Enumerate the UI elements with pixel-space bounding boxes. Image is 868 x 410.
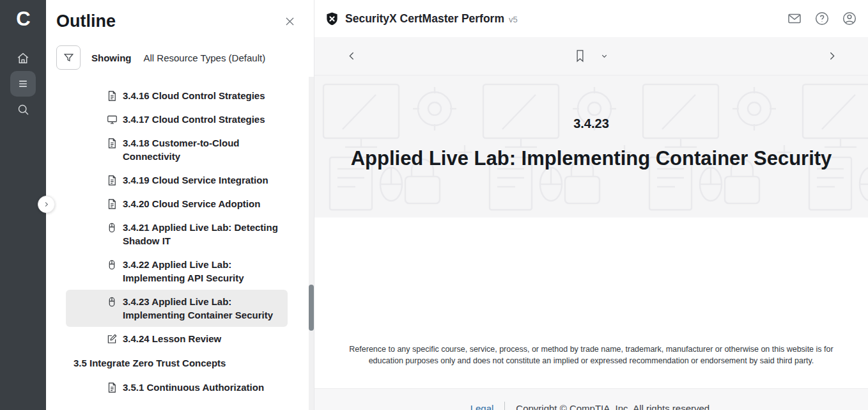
outline-item-3.4.18[interactable]: 3.4.18 Customer-to-Cloud Connectivity bbox=[66, 131, 288, 168]
next-lesson-button[interactable] bbox=[823, 47, 841, 65]
brand: SecurityX CertMaster Perform v5 bbox=[325, 12, 518, 26]
outline-item-3.4.23[interactable]: 3.4.23 Applied Live Lab: Implementing Co… bbox=[66, 290, 288, 327]
document-icon bbox=[106, 382, 118, 393]
close-outline-button[interactable] bbox=[284, 15, 296, 28]
outline-panel-header: Outline bbox=[46, 8, 314, 31]
outline-panel: Outline Showing All Resource Types (Defa… bbox=[46, 0, 314, 410]
previous-lesson-button[interactable] bbox=[343, 47, 361, 65]
search-button[interactable] bbox=[10, 97, 36, 122]
app-window: C Outline bbox=[0, 0, 868, 410]
lesson-body: Reference to any specific course, servic… bbox=[314, 217, 868, 388]
account-button[interactable] bbox=[842, 11, 857, 26]
outline-item-label: 3.4.22 Applied Live Lab: Implementing AP… bbox=[123, 258, 283, 285]
outline-item-label: 3.4.20 Cloud Service Adoption bbox=[123, 197, 283, 210]
outline-item-3.4.21[interactable]: 3.4.21 Applied Live Lab: Detecting Shado… bbox=[66, 216, 288, 253]
edit-icon bbox=[106, 333, 118, 345]
outline-item-3.4.24[interactable]: 3.4.24 Lesson Review bbox=[66, 327, 288, 351]
document-icon bbox=[106, 90, 118, 102]
document-icon bbox=[106, 198, 118, 210]
legal-link[interactable]: Legal bbox=[470, 403, 494, 410]
chevron-left-icon bbox=[346, 51, 357, 61]
filter-showing-label: Showing bbox=[91, 52, 132, 63]
outline-item-3.4.19[interactable]: 3.4.19 Cloud Service Integration bbox=[66, 168, 288, 192]
header-actions bbox=[787, 11, 857, 26]
outline-item-label: 3.4.18 Customer-to-Cloud Connectivity bbox=[123, 136, 283, 163]
mouse-icon bbox=[106, 296, 118, 308]
chevron-down-icon bbox=[600, 52, 608, 60]
home-button[interactable] bbox=[10, 45, 36, 71]
page-footer: Legal Copyright © CompTIA, Inc. All righ… bbox=[314, 388, 868, 410]
tech-doodle-pattern bbox=[314, 75, 868, 217]
outline-item-label: 3.4.21 Applied Live Lab: Detecting Shado… bbox=[123, 221, 283, 248]
lesson-toolbar bbox=[314, 37, 868, 75]
comptia-logo: C bbox=[16, 8, 29, 30]
messages-button[interactable] bbox=[787, 11, 802, 26]
help-button[interactable] bbox=[814, 11, 830, 26]
home-icon bbox=[16, 51, 30, 65]
footer-divider bbox=[504, 402, 505, 410]
resource-filter-row: Showing All Resource Types (Default) bbox=[56, 45, 314, 70]
outline-scrollbar-track[interactable] bbox=[309, 77, 314, 410]
outline-menu-button[interactable] bbox=[10, 71, 36, 97]
outline-scrollbar-thumb[interactable] bbox=[309, 285, 314, 331]
footer-content: Legal Copyright © CompTIA, Inc. All righ… bbox=[470, 389, 713, 410]
chevron-right-icon bbox=[43, 201, 50, 208]
outline-section-header: 3.5 Integrate Zero Trust Concepts bbox=[74, 351, 314, 375]
outline-item-3.5.1[interactable]: 3.5.1 Continuous Authorization bbox=[66, 375, 288, 399]
main-content: SecurityX CertMaster Perform v5 bbox=[314, 0, 868, 410]
outline-item-3.4.16[interactable]: 3.4.16 Cloud Control Strategies bbox=[66, 84, 288, 107]
lesson-banner: 3.4.23 Applied Live Lab: Implementing Co… bbox=[314, 75, 868, 217]
lesson-title: Applied Live Lab: Implementing Container… bbox=[351, 147, 832, 170]
outline-item-3.4.22[interactable]: 3.4.22 Applied Live Lab: Implementing AP… bbox=[66, 253, 288, 290]
panel-collapse-handle[interactable] bbox=[38, 196, 55, 213]
outline-item-label: 3.4.19 Cloud Service Integration bbox=[123, 173, 283, 187]
bookmark-controls bbox=[574, 49, 608, 63]
copyright-text: Copyright © CompTIA, Inc. All rights res… bbox=[516, 403, 712, 410]
help-icon bbox=[814, 11, 830, 26]
app-version: v5 bbox=[509, 15, 518, 24]
app-title: SecurityX CertMaster Perform bbox=[345, 12, 504, 26]
search-icon bbox=[17, 103, 30, 116]
bookmark-icon bbox=[574, 49, 586, 63]
mouse-icon bbox=[106, 259, 118, 271]
filter-funnel-icon bbox=[63, 52, 75, 64]
account-icon bbox=[842, 11, 857, 26]
outline-list: 3.4.16 Cloud Control Strategies3.4.17 Cl… bbox=[46, 84, 314, 399]
menu-icon bbox=[17, 77, 29, 90]
outline-item-3.4.20[interactable]: 3.4.20 Cloud Service Adoption bbox=[66, 192, 288, 216]
disclaimer-text: Reference to any specific course, servic… bbox=[339, 343, 844, 367]
outline-item-label: 3.4.23 Applied Live Lab: Implementing Co… bbox=[123, 295, 283, 322]
outline-item-label: 3.4.24 Lesson Review bbox=[123, 332, 283, 345]
outline-item-label: 3.5.1 Continuous Authorization bbox=[123, 381, 283, 394]
bookmark-button[interactable] bbox=[574, 49, 586, 63]
document-icon bbox=[106, 175, 118, 186]
bookmark-menu-button[interactable] bbox=[600, 52, 608, 60]
mouse-icon bbox=[106, 222, 118, 233]
monitor-icon bbox=[106, 114, 118, 125]
filter-current-value: All Resource Types (Default) bbox=[144, 52, 266, 63]
securityx-shield-icon bbox=[325, 12, 339, 26]
outline-title: Outline bbox=[56, 12, 116, 31]
lesson-number: 3.4.23 bbox=[573, 116, 609, 131]
close-icon bbox=[284, 15, 296, 28]
outline-item-3.4.17[interactable]: 3.4.17 Cloud Control Strategies bbox=[66, 107, 288, 131]
main-header: SecurityX CertMaster Perform v5 bbox=[314, 0, 868, 37]
document-icon bbox=[106, 138, 118, 149]
chevron-right-icon bbox=[826, 51, 837, 61]
outline-item-label: 3.4.16 Cloud Control Strategies bbox=[123, 89, 283, 102]
mail-icon bbox=[787, 11, 802, 26]
outline-item-label: 3.4.17 Cloud Control Strategies bbox=[123, 113, 283, 126]
filter-button[interactable] bbox=[56, 45, 81, 70]
